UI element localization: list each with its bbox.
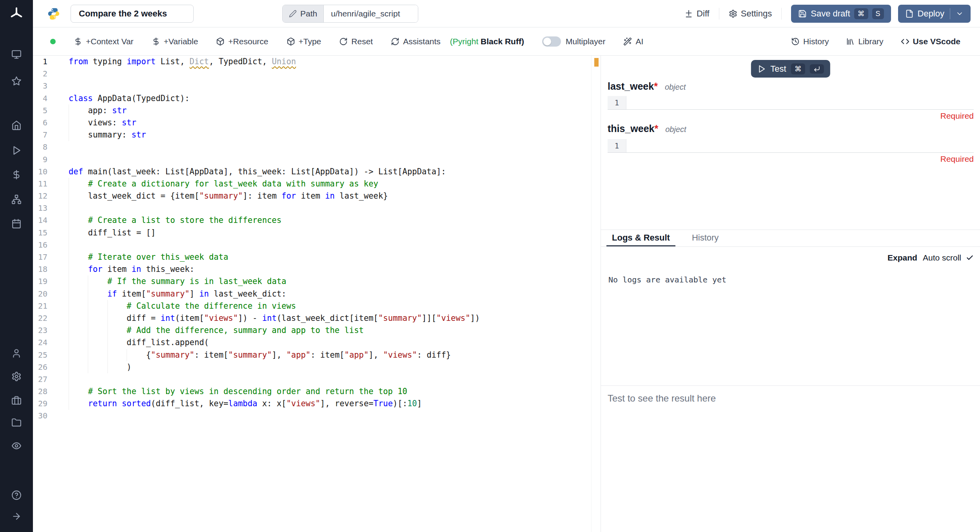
play-runs-icon[interactable] bbox=[0, 142, 33, 159]
line-number[interactable]: 7 bbox=[33, 129, 69, 141]
collapse-arrow-right-icon[interactable] bbox=[0, 508, 33, 525]
code-line[interactable] bbox=[69, 141, 591, 153]
arg-input-this-week[interactable]: 1 bbox=[608, 139, 974, 153]
network-resources-icon[interactable] bbox=[0, 191, 33, 208]
line-number[interactable]: 15 bbox=[33, 227, 69, 239]
line-number[interactable]: 21 bbox=[33, 300, 69, 312]
deploy-button[interactable]: Deploy bbox=[898, 5, 971, 23]
json-input-field[interactable] bbox=[626, 96, 974, 109]
code-line[interactable]: if item["summary"] in last_week_dict: bbox=[69, 288, 591, 300]
line-number[interactable]: 28 bbox=[33, 385, 69, 398]
eye-icon[interactable] bbox=[0, 437, 33, 454]
line-number[interactable]: 2 bbox=[33, 68, 69, 80]
history-button[interactable]: History bbox=[791, 37, 829, 46]
code-line[interactable] bbox=[69, 154, 591, 166]
monitor-icon[interactable] bbox=[0, 46, 33, 63]
test-button[interactable]: Test ⌘ bbox=[751, 60, 830, 78]
briefcase-icon[interactable] bbox=[0, 392, 33, 409]
save-draft-button[interactable]: Save draft ⌘ S bbox=[791, 5, 891, 23]
settings-button[interactable]: Settings bbox=[722, 5, 779, 23]
line-number[interactable]: 20 bbox=[33, 288, 69, 300]
add-variable-button[interactable]: +Variable bbox=[152, 37, 198, 46]
code-line[interactable]: for item in this_week: bbox=[69, 263, 591, 275]
line-number[interactable]: 18 bbox=[33, 263, 69, 275]
code-line[interactable]: diff_list.append( bbox=[69, 337, 591, 349]
code-line[interactable] bbox=[69, 80, 591, 92]
code-editor[interactable]: 1234567891011121314151617181920212223242… bbox=[33, 56, 601, 532]
code-line[interactable]: views: str bbox=[69, 117, 591, 129]
script-title-input[interactable]: Compare the 2 weeks bbox=[71, 5, 194, 23]
line-number[interactable]: 11 bbox=[33, 178, 69, 190]
code-line[interactable] bbox=[69, 202, 591, 214]
multiplayer-toggle[interactable] bbox=[542, 36, 561, 47]
code-line[interactable]: app: str bbox=[69, 105, 591, 117]
code-line[interactable]: def main(last_week: List[AppData], this_… bbox=[69, 166, 591, 178]
tab-logs-result[interactable]: Logs & Result bbox=[606, 230, 675, 246]
line-number[interactable]: 10 bbox=[33, 166, 69, 178]
home-icon[interactable] bbox=[0, 117, 33, 134]
code-line[interactable]: diff = int(item["views"]) - int(last_wee… bbox=[69, 312, 591, 324]
path-value-input[interactable]: u/henri/agile_script bbox=[324, 5, 418, 22]
line-number[interactable]: 23 bbox=[33, 324, 69, 337]
edit-path-button[interactable]: Path bbox=[283, 5, 324, 22]
line-number[interactable]: 5 bbox=[33, 105, 69, 117]
windmill-logo[interactable] bbox=[0, 5, 33, 22]
add-resource-button[interactable]: +Resource bbox=[216, 37, 268, 46]
line-number[interactable]: 9 bbox=[33, 154, 69, 166]
line-number[interactable]: 8 bbox=[33, 141, 69, 153]
ai-button[interactable]: AI bbox=[623, 37, 643, 46]
code-line[interactable]: # Iterate over this_week data bbox=[69, 251, 591, 263]
code-line[interactable]: # Sort the list by views in descending o… bbox=[69, 385, 591, 398]
dollar-variables-icon[interactable] bbox=[0, 166, 33, 183]
arg-input-last-week[interactable]: 1 bbox=[608, 96, 974, 110]
line-number[interactable]: 19 bbox=[33, 275, 69, 288]
code-line[interactable] bbox=[69, 68, 591, 80]
assistants-button[interactable]: Assistants bbox=[391, 37, 441, 46]
calendar-schedules-icon[interactable] bbox=[0, 215, 33, 232]
code-line[interactable]: ) bbox=[69, 361, 591, 373]
line-number[interactable]: 12 bbox=[33, 190, 69, 202]
line-number[interactable]: 13 bbox=[33, 202, 69, 214]
code-line[interactable]: from typing import List, Dict, TypedDict… bbox=[69, 56, 591, 68]
code-line[interactable]: {"summary": item["summary"], "app": item… bbox=[69, 349, 591, 361]
code-line[interactable] bbox=[69, 373, 591, 385]
line-number[interactable]: 14 bbox=[33, 214, 69, 226]
add-context-var-button[interactable]: +Context Var bbox=[74, 37, 134, 46]
chevron-down-icon[interactable] bbox=[956, 10, 964, 18]
code-line[interactable]: diff_list = [] bbox=[69, 227, 591, 239]
library-button[interactable]: Library bbox=[846, 37, 883, 46]
help-icon[interactable] bbox=[0, 487, 33, 504]
line-number[interactable]: 4 bbox=[33, 92, 69, 105]
line-number[interactable]: 1 bbox=[33, 56, 69, 68]
diff-button[interactable]: Diff bbox=[677, 5, 717, 23]
star-icon[interactable] bbox=[0, 72, 33, 90]
line-number[interactable]: 27 bbox=[33, 373, 69, 385]
code-line[interactable]: # Create a dictionary for last_week data… bbox=[69, 178, 591, 190]
code-line[interactable]: # If the summary is in last_week data bbox=[69, 275, 591, 288]
line-numbers[interactable]: 1234567891011121314151617181920212223242… bbox=[33, 56, 69, 422]
line-number[interactable]: 25 bbox=[33, 349, 69, 361]
line-number[interactable]: 24 bbox=[33, 337, 69, 349]
folder-icon[interactable] bbox=[0, 414, 33, 431]
line-number[interactable]: 17 bbox=[33, 251, 69, 263]
code-line[interactable]: last_week_dict = {item["summary"]: item … bbox=[69, 190, 591, 202]
line-number[interactable]: 3 bbox=[33, 80, 69, 92]
code-line[interactable] bbox=[69, 410, 591, 422]
expand-button[interactable]: Expand bbox=[887, 253, 917, 262]
code-lines[interactable]: from typing import List, Dict, TypedDict… bbox=[69, 56, 591, 422]
code-line[interactable] bbox=[69, 239, 591, 251]
json-input-field[interactable] bbox=[626, 139, 974, 152]
code-line[interactable]: # Calculate the difference in views bbox=[69, 300, 591, 312]
code-line[interactable]: return sorted(diff_list, key=lambda x: x… bbox=[69, 398, 591, 410]
line-number[interactable]: 22 bbox=[33, 312, 69, 324]
reset-button[interactable]: Reset bbox=[339, 37, 373, 46]
code-line[interactable]: # Create a list to store the differences bbox=[69, 214, 591, 226]
code-line[interactable]: class AppData(TypedDict): bbox=[69, 92, 591, 105]
line-number[interactable]: 6 bbox=[33, 117, 69, 129]
line-number[interactable]: 30 bbox=[33, 410, 69, 422]
use-vscode-button[interactable]: Use VScode bbox=[901, 37, 960, 46]
auto-scroll-toggle[interactable]: Auto scroll bbox=[923, 253, 974, 262]
line-number[interactable]: 26 bbox=[33, 361, 69, 373]
code-line[interactable]: summary: str bbox=[69, 129, 591, 141]
gear-icon[interactable] bbox=[0, 368, 33, 385]
